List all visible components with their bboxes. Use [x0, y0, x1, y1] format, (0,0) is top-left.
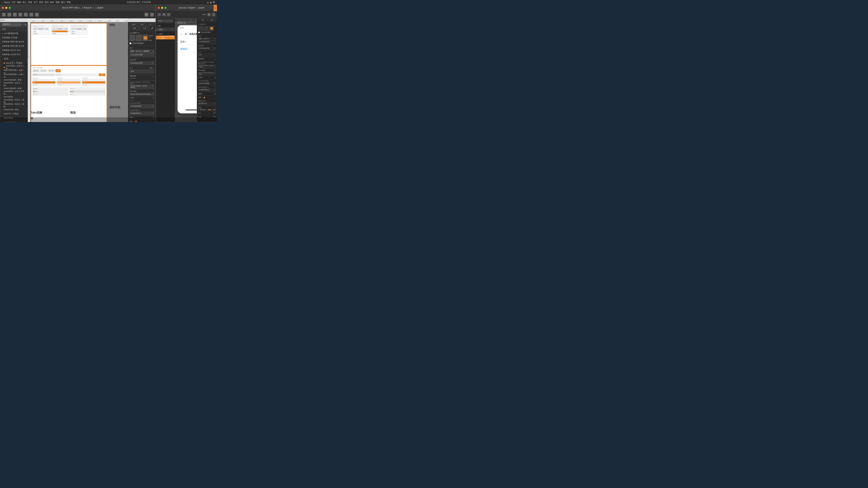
pages-add-icon[interactable]: +: [173, 25, 174, 27]
resize-thumb-3[interactable]: [143, 35, 148, 41]
text-button[interactable]: T: [24, 13, 28, 17]
preview-style-options[interactable]: ⊞ +: [213, 112, 216, 115]
menu-help[interactable]: 帮助: [66, 1, 71, 4]
back-button[interactable]: ←: [2, 13, 6, 17]
layer-item-select-btn[interactable]: Select/点选＋按钮: [0, 107, 28, 112]
preview-w-field[interactable]: 178: [207, 19, 216, 22]
layer-item-page-empty[interactable]: 页面模板-空页面: [0, 36, 28, 40]
layer-item-page-cat2[interactable]: 页面模板-分分类-负-白: [0, 53, 28, 57]
layer-item-tab-slide[interactable]: Tab/文字＋可滑动: [0, 61, 28, 65]
preview-lib-item-2[interactable]: icon/navBar/关闭: [198, 40, 216, 43]
preview-search-input[interactable]: 搜索: [157, 20, 174, 23]
page-1-item[interactable]: □ 页面 1: [156, 28, 175, 31]
preview-display-value[interactable]: icon/navbar/关闭 ▼: [198, 47, 216, 50]
preview-text-value[interactable]: 文本: [198, 54, 216, 56]
menu-edit[interactable]: 编辑: [17, 1, 21, 4]
search-icon[interactable]: 🔍: [213, 1, 215, 4]
layer-item-select-type2[interactable]: Select/类型切换＋点选＋点...: [0, 74, 28, 78]
iphone-list-item-1[interactable]: 选项一: [178, 38, 197, 45]
layer-item-tab-slide2[interactable]: Tab/文字＋可滑动: [0, 112, 28, 116]
iphone-back-btn[interactable]: ←: [180, 32, 183, 36]
preview-thumb-1[interactable]: [198, 26, 203, 31]
time-expand-icon[interactable]: ▶: [153, 97, 154, 99]
angle-field[interactable]: 0: [146, 23, 154, 26]
preview-share-btn[interactable]: ↑: [212, 13, 215, 16]
preview-divider-value[interactable]: line/截分割线 01 ▼: [198, 89, 216, 91]
menu-file[interactable]: 文件: [11, 1, 16, 4]
preview-canvas[interactable]: -100 0 100 200 300 400 iPhone 12 9:41 ▪▪…: [175, 19, 197, 122]
x-field[interactable]: 1133: [129, 23, 137, 26]
navbar-back-value[interactable]: icon/navbar/返回 ▼: [129, 104, 154, 108]
fixed-checkbox[interactable]: [129, 42, 131, 44]
layer-item-page-multi[interactable]: 页面模板-查看大图-多分类: [0, 40, 28, 44]
preview-statusbar-value[interactable]: iPhone X/Status...tus Bar (Black) ▼: [198, 65, 216, 68]
layer-item-select-type1[interactable]: Select/类型切换＋点选＋点...: [0, 69, 28, 74]
layer-item-select-linked[interactable]: Select/联选＋自定义文字在...: [0, 91, 28, 95]
preview-x-field[interactable]: 375: [198, 19, 207, 22]
share-button[interactable]: ↑: [150, 13, 154, 17]
library-item-1[interactable]: 拖拽＋右/icon2＋(选择框) ●: [129, 50, 154, 53]
layer-item-select-custom2[interactable]: Select/多选＋自定义＋提钮: [0, 99, 28, 103]
zoom-button[interactable]: ⊙: [35, 13, 39, 17]
close-button[interactable]: [2, 7, 4, 9]
menu-sketch[interactable]: Sketch: [4, 1, 10, 4]
minimize-button[interactable]: [5, 7, 7, 9]
height-field[interactable]: 178: [140, 27, 150, 30]
layer-item-select-custom1[interactable]: Select/多选＋自定义＋提...: [0, 65, 28, 69]
layer-item-select-custom3[interactable]: Select/多选＋自定义＋提钮: [0, 103, 28, 107]
preview-thumb-3[interactable]: [209, 26, 214, 31]
preview-tool-2[interactable]: ✏: [162, 13, 166, 16]
time-style-value[interactable]: iPhone X/Overrides/Time Black ▼: [129, 93, 154, 96]
layer-add-icon[interactable]: +: [23, 23, 24, 26]
menu-layer[interactable]: 层面: [28, 1, 32, 4]
library-item-2[interactable]: icon/navBar/关闭: [129, 53, 154, 57]
display-attr-1[interactable]: icon/navbar/关闭 ▼: [129, 61, 154, 65]
layer-search-input[interactable]: 搜索图层: [1, 23, 22, 26]
menu-window[interactable]: 窗口: [61, 1, 65, 4]
layer-item-app-components[interactable]: ▶ APP通用组件集: [0, 31, 28, 36]
sketch-canvas[interactable]: 1200·1300·1400·1500·1600·1700·1800·1900·…: [28, 22, 128, 122]
text-field[interactable]: 文本: [129, 70, 154, 73]
fullscreen-button[interactable]: [9, 7, 11, 9]
layer-item-page-none[interactable]: 页面模板-查看大图-无分类: [0, 44, 28, 48]
preview-fixed-check[interactable]: [198, 32, 200, 33]
preview-option2-expand[interactable]: ▶: [215, 93, 216, 95]
menu-view[interactable]: 视图: [56, 1, 60, 4]
selected-frame-top[interactable]: Navbar/左 + Icon2 +... ←✕名称名称文本 选项一 选项选二 …: [31, 23, 107, 65]
layer-item-select-drag[interactable]: Select/多选＋自定义＋拖...: [0, 82, 28, 87]
menu-text[interactable]: 文字: [33, 1, 38, 4]
preview-lib-item-1[interactable]: 拖拽＋右/icon2＋(选择框) ●: [198, 37, 216, 40]
preview-layout-btn[interactable]: ⊞: [207, 13, 211, 16]
status-bar-value[interactable]: iPhone X/Status...tus Bar (Black) ▼: [129, 85, 154, 89]
layer-item-page-cat1[interactable]: 页面模板-有分类-负-白: [0, 48, 28, 53]
layer-item-components[interactable]: ▼ 组件: [0, 57, 28, 61]
divider-value[interactable]: line/截分割线 01 ▼: [129, 111, 154, 115]
layer-item-select-2level2[interactable]: Select/2级选择＋按钮: [0, 87, 28, 91]
draw-button[interactable]: ✏: [19, 13, 22, 17]
preview-appearance-add[interactable]: +: [215, 107, 216, 108]
preview-time-style-value[interactable]: iPhone X/Overrides/Time Black ▼: [198, 72, 216, 75]
forward-button[interactable]: →: [7, 13, 11, 17]
preview-tool-3[interactable]: □: [167, 13, 170, 16]
resize-option2[interactable]: 预览: [149, 39, 154, 41]
resize-thumb-2[interactable]: [136, 35, 142, 41]
menu-insert[interactable]: 插入: [23, 1, 27, 4]
resize-option1[interactable]: 固定尺寸: [149, 35, 154, 39]
preview-fullscreen-btn[interactable]: [164, 7, 166, 9]
preview-navbar-back-value[interactable]: icon/navbar/返回 ▼: [198, 82, 216, 85]
width-field[interactable]: 375: [129, 27, 140, 30]
iphone-list-item-2[interactable]: 选项选二: [178, 45, 197, 53]
resize-thumb-1[interactable]: [129, 35, 135, 41]
menu-prototype[interactable]: 原型: [39, 1, 43, 4]
layer-item-select-link[interactable]: Select/联选: [0, 95, 28, 99]
preview-button[interactable]: ▶: [145, 13, 148, 17]
highlighted-component[interactable]: ● Navbar/白/文字标题＋左置2...: [156, 36, 175, 39]
preview-minimize-btn[interactable]: [161, 7, 163, 9]
y-field[interactable]: 750: [138, 23, 146, 26]
lock-ratio-icon[interactable]: 🔗: [150, 27, 154, 30]
iphone-close-btn[interactable]: ✕: [185, 32, 187, 36]
preview-float-layer-value[interactable]: 悬浮层/白色 ▼: [198, 102, 216, 105]
preview-thumb-2[interactable]: [204, 26, 209, 31]
apple-icon[interactable]: : [2, 1, 3, 4]
menu-plugins[interactable]: 插件: [50, 1, 54, 4]
